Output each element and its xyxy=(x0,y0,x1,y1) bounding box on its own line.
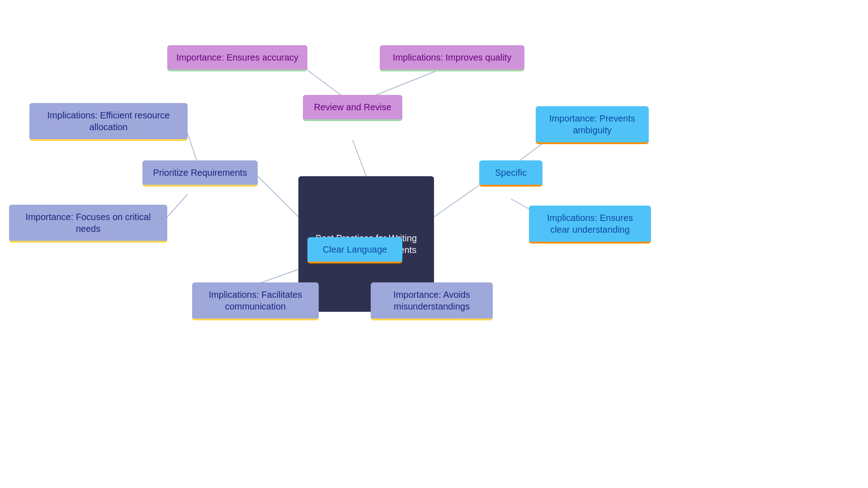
node-specific[interactable]: Specific xyxy=(479,160,542,187)
node-ensures-accuracy[interactable]: Importance: Ensures accuracy xyxy=(167,45,307,71)
node-efficient[interactable]: Implications: Efficient resource allocat… xyxy=(29,103,188,141)
node-critical[interactable]: Importance: Focuses on critical needs xyxy=(9,205,167,243)
node-ensures-accuracy-label: Importance: Ensures accuracy xyxy=(176,52,298,63)
node-prevents-label: Importance: Prevents ambiguity xyxy=(544,113,641,136)
node-prevents[interactable]: Importance: Prevents ambiguity xyxy=(536,106,649,144)
node-facilitates-label: Implications: Facilitates communication xyxy=(200,289,311,312)
node-avoids[interactable]: Importance: Avoids misunderstandings xyxy=(371,282,493,320)
node-prioritize[interactable]: Prioritize Requirements xyxy=(142,160,258,187)
node-facilitates[interactable]: Implications: Facilitates communication xyxy=(192,282,319,320)
node-prioritize-label: Prioritize Requirements xyxy=(153,167,247,178)
node-improves-quality-label: Implications: Improves quality xyxy=(393,52,511,63)
svg-line-5 xyxy=(167,194,188,217)
node-ensures-clear[interactable]: Implications: Ensures clear understandin… xyxy=(529,206,651,244)
node-critical-label: Importance: Focuses on critical needs xyxy=(17,211,159,235)
svg-line-9 xyxy=(434,185,479,217)
node-specific-label: Specific xyxy=(495,167,527,178)
svg-line-3 xyxy=(258,176,298,217)
node-avoids-label: Importance: Avoids misunderstandings xyxy=(379,289,485,312)
node-efficient-label: Implications: Efficient resource allocat… xyxy=(38,109,179,133)
node-review[interactable]: Review and Revise xyxy=(303,95,402,121)
node-review-label: Review and Revise xyxy=(314,101,391,113)
svg-line-2 xyxy=(371,70,439,97)
svg-line-1 xyxy=(307,70,344,97)
node-ensures-clear-label: Implications: Ensures clear understandin… xyxy=(537,212,643,235)
svg-line-0 xyxy=(353,140,366,176)
node-clear[interactable]: Clear Language xyxy=(307,237,402,263)
node-clear-label: Clear Language xyxy=(323,244,387,255)
node-improves-quality[interactable]: Implications: Improves quality xyxy=(380,45,524,71)
